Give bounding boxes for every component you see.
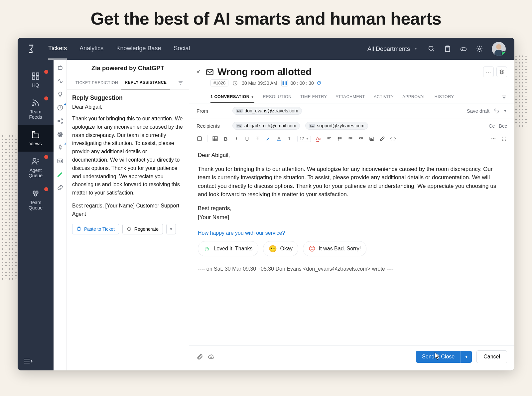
- svg-point-3: [478, 48, 480, 50]
- send-close-button[interactable]: Send & Close: [416, 351, 461, 363]
- attachment-icon[interactable]: [197, 353, 203, 360]
- id-card-icon[interactable]: [57, 158, 64, 164]
- layers-button[interactable]: [496, 66, 507, 77]
- table-icon[interactable]: [212, 136, 218, 142]
- regenerate-button[interactable]: Regenerate: [122, 224, 163, 234]
- font-family-button[interactable]: T: [287, 136, 293, 142]
- magic-icon[interactable]: [390, 136, 396, 141]
- tab-history[interactable]: HISTORY: [435, 91, 454, 103]
- tab-social[interactable]: Social: [174, 38, 190, 60]
- sidebar-item-team-queue[interactable]: Team Queue: [18, 184, 54, 216]
- highlighter-icon[interactable]: [265, 136, 271, 141]
- gear-icon[interactable]: [476, 45, 483, 53]
- tab-resolution[interactable]: RESOLUTION: [263, 91, 292, 103]
- department-dropdown[interactable]: All Departments: [367, 46, 418, 53]
- suggestion-signoff-text: Best regards, [Your Name] Customer Suppo…: [72, 202, 184, 218]
- survey-option-good[interactable]: ☺Loved it. Thanks: [198, 241, 258, 256]
- underline-button[interactable]: U: [244, 136, 250, 142]
- timer-refresh-icon[interactable]: [317, 81, 321, 85]
- link-icon[interactable]: [57, 184, 64, 191]
- tab-time-entry[interactable]: TIME ENTRY: [300, 91, 327, 103]
- tab-approval[interactable]: APPROVAL: [402, 91, 426, 103]
- survey-option-bad[interactable]: ☹It was Bad. Sorry!: [303, 241, 366, 256]
- sidebar-item-agent-queue[interactable]: Agent Queue: [18, 152, 54, 184]
- send-options-dropdown[interactable]: ▼: [461, 351, 472, 363]
- expand-rail-icon[interactable]: [24, 358, 33, 364]
- clear-format-button[interactable]: T̶: [255, 136, 261, 142]
- tab-knowledge-base[interactable]: Knowledge Base: [116, 38, 161, 60]
- more-options-button[interactable]: ⋯: [483, 66, 494, 77]
- font-size-select[interactable]: 12▼: [297, 136, 311, 142]
- collapse-icon[interactable]: ↙: [197, 68, 201, 74]
- send-close-split-button: Send & Close ▼: [416, 351, 472, 363]
- bold-button[interactable]: B: [223, 136, 229, 142]
- timer-pause-button[interactable]: ❚❚: [281, 80, 288, 86]
- sidebar-item-label: Views: [29, 141, 42, 146]
- font-color-icon[interactable]: [276, 136, 282, 141]
- pen-icon[interactable]: [57, 171, 64, 178]
- tab-reply-assistance[interactable]: REPLY ASSISTANCE: [121, 76, 170, 89]
- bullet-list-icon[interactable]: [337, 136, 343, 141]
- italic-button[interactable]: I: [233, 136, 239, 142]
- sidebar-item-hq[interactable]: HQ: [18, 66, 54, 93]
- chevron-down-icon: [413, 47, 418, 51]
- person-queue-icon: [31, 157, 40, 166]
- helpdesk-app-window: Tickets Analytics Knowledge Base Social …: [18, 38, 514, 370]
- tab-attachment[interactable]: ATTACHMENT: [335, 91, 365, 103]
- fullscreen-icon[interactable]: [501, 136, 507, 141]
- clock-icon[interactable]: 4: [57, 104, 64, 111]
- filter-icon[interactable]: [178, 80, 184, 86]
- filter-icon[interactable]: [501, 94, 507, 100]
- save-draft-link[interactable]: Save draft: [467, 108, 489, 114]
- svg-point-25: [59, 160, 60, 161]
- pin-icon[interactable]: 3: [57, 144, 64, 151]
- bcc-link[interactable]: Bcc: [499, 123, 507, 129]
- svg-rect-2: [461, 48, 466, 51]
- tab-tickets[interactable]: Tickets: [48, 38, 67, 60]
- indent-icon[interactable]: [347, 136, 353, 141]
- from-email: don_evans@ztravels.com: [245, 108, 298, 113]
- ai-assist-icon[interactable]: [197, 136, 202, 142]
- eraser-icon[interactable]: [379, 136, 385, 141]
- align-icon[interactable]: [326, 136, 332, 141]
- share-icon[interactable]: [57, 118, 64, 124]
- page-hero-title: Get the best of AI smarts and human hear…: [0, 0, 532, 38]
- image-icon[interactable]: [369, 136, 375, 141]
- cc-link[interactable]: Cc: [489, 123, 495, 129]
- recipient-chip[interactable]: SZsupport@zylcares.com: [305, 122, 368, 130]
- sidebar-item-views[interactable]: Views: [18, 125, 54, 152]
- recipient-chip[interactable]: ASabigail.smith@email.com: [232, 122, 300, 130]
- app-header: Tickets Analytics Knowledge Base Social …: [18, 38, 514, 60]
- search-icon[interactable]: [428, 45, 435, 53]
- email-editor[interactable]: Dear Abigail, Thank you for bringing thi…: [189, 144, 514, 345]
- regenerate-options-dropdown[interactable]: ▼: [166, 224, 176, 234]
- tab-activity[interactable]: ACTIVITY: [374, 91, 394, 103]
- sidebar-item-label: Team Feeds: [29, 109, 42, 120]
- ticket-id-badge: #1828: [210, 79, 228, 86]
- outdent-icon[interactable]: [358, 136, 364, 141]
- cancel-button[interactable]: Cancel: [476, 350, 507, 363]
- sidebar-item-team-feeds[interactable]: Team Feeds: [18, 93, 54, 125]
- cloud-upload-icon[interactable]: [208, 353, 214, 360]
- zia-wave-icon[interactable]: [57, 78, 64, 84]
- tab-conversation[interactable]: 1 CONVERSATION▼: [210, 91, 254, 103]
- text-color-button[interactable]: A̲a: [316, 136, 322, 142]
- svg-point-20: [60, 134, 61, 135]
- gamepad-icon[interactable]: [460, 45, 467, 53]
- zia-bot-icon[interactable]: [57, 65, 64, 71]
- more-toolbar-icon[interactable]: [490, 136, 496, 141]
- survey-option-okay[interactable]: 😐Okay: [263, 241, 298, 256]
- editor-body: Thank you for bringing this to our atten…: [198, 165, 506, 199]
- user-avatar[interactable]: [492, 42, 506, 56]
- chevron-down-icon[interactable]: ▼: [503, 109, 507, 113]
- from-chip[interactable]: DEdon_evans@ztravels.com: [232, 107, 302, 115]
- paste-to-ticket-button[interactable]: Paste to Ticket: [72, 224, 119, 234]
- editor-signature: [Your Name]: [198, 213, 506, 222]
- undo-icon[interactable]: [493, 108, 499, 114]
- tab-ticket-prediction[interactable]: TICKET PREDICTION: [72, 76, 121, 89]
- clipboard-icon[interactable]: [444, 45, 451, 53]
- tab-analytics[interactable]: Analytics: [79, 38, 103, 60]
- font-size-value: 12: [300, 136, 304, 141]
- atom-icon[interactable]: [57, 131, 64, 138]
- lightbulb-icon[interactable]: [57, 91, 64, 98]
